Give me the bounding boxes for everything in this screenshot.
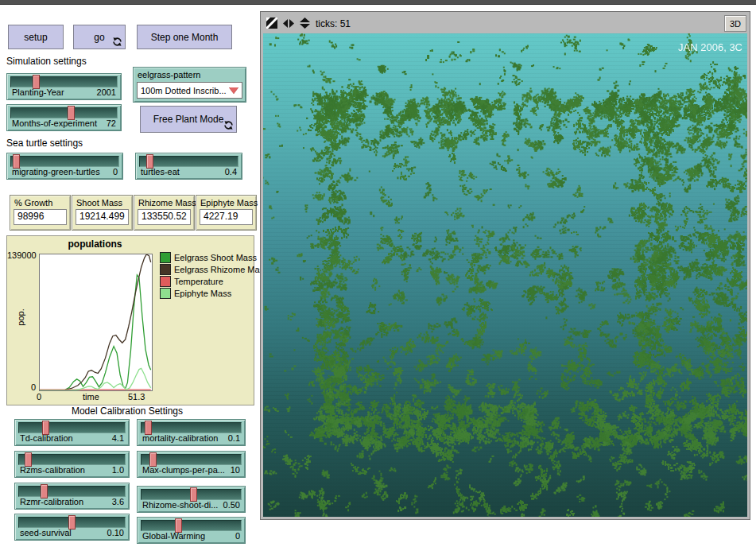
slider-value: 0.4 (225, 167, 237, 177)
go-button[interactable]: go (73, 25, 126, 49)
slider-track[interactable] (139, 156, 238, 167)
slider-value: 10 (231, 465, 240, 475)
simulation-settings-heading: Simulation settings (6, 56, 87, 67)
legend-label: Temperature (174, 277, 223, 286)
free-plant-mode-label: Free Plant Mode (153, 114, 224, 125)
slider-track[interactable] (18, 486, 126, 497)
chevron-down-icon (229, 87, 238, 94)
slider-label: migrating-green-turtles (12, 167, 100, 177)
monitor-label: Shoot Mass (76, 198, 132, 208)
legend-item: Epiphyte Mass (160, 288, 231, 299)
slider-value: 0.50 (223, 500, 240, 510)
chooser-selected-value: 100m Dotted Inscrib... (141, 86, 227, 95)
epiphyte-mass-monitor: Epiphyte Mass 4227.19 (196, 195, 257, 231)
world-canvas[interactable] (263, 33, 747, 517)
planting-year-slider[interactable]: Planting-Year2001 (6, 73, 122, 100)
x-axis-title: time (83, 392, 99, 402)
y-axis-max-label: 139000 (7, 250, 36, 260)
legend-label: Eelgrass Shoot Mass (174, 253, 257, 262)
legend-swatch-shoot (160, 252, 171, 263)
slider-label: Max-clumps-per-pa... (142, 465, 225, 475)
slider-track[interactable] (10, 76, 118, 87)
td-calibration-slider[interactable]: Td-calibration4.1 (14, 419, 130, 446)
rzmr-calibration-slider[interactable]: Rzmr-calibration3.6 (14, 483, 130, 510)
forever-icon (223, 120, 234, 130)
monitor-value: 4227.19 (200, 209, 253, 225)
legend-item: Eelgrass Rhizome Mass (160, 264, 269, 275)
migrating-green-turtles-slider[interactable]: migrating-green-turtles0 (6, 153, 123, 180)
slider-value: 0 (113, 167, 118, 177)
global-warming-slider[interactable]: Global-Warming0 (137, 517, 246, 544)
populations-plot: populations 139000 0 pop. 0 time 51.3 Ee… (6, 235, 254, 405)
mortality-calibration-slider[interactable]: mortality-calibration0.1 (137, 419, 246, 446)
setup-button[interactable]: setup (8, 25, 64, 49)
slider-label: turtles-eat (141, 167, 180, 177)
vertical-resize-icon[interactable] (300, 17, 310, 29)
eelgrass-pattern-chooser[interactable]: eelgrass-pattern 100m Dotted Inscrib... (133, 67, 246, 103)
slider-value: 0 (235, 531, 240, 541)
chooser-label: eelgrass-pattern (138, 70, 246, 80)
monitor-value: 133550.52 (138, 209, 191, 225)
monitor-label: % Growth (14, 198, 70, 208)
slider-label: Rhizome-shoot-di... (142, 500, 218, 510)
monitor-label: Rhizome Mass (138, 198, 194, 208)
legend-item: Eelgrass Shoot Mass (160, 252, 257, 263)
x-axis-max-label: 51.3 (128, 392, 145, 402)
legend-label: Epiphyte Mass (174, 289, 231, 298)
slider-label: mortality-calibration (142, 433, 218, 443)
slider-value: 72 (107, 118, 116, 128)
window-top-bar (0, 0, 756, 5)
legend-swatch-rhizome (160, 264, 171, 275)
step-one-month-button[interactable]: Step one Month (137, 25, 232, 49)
slider-value: 2001 (97, 87, 116, 97)
rhizome-shoot-slider[interactable]: Rhizome-shoot-di...0.50 (137, 486, 246, 513)
slider-value: 3.6 (112, 497, 124, 506)
slider-value: 0.10 (107, 528, 124, 537)
slider-label: Td-calibration (20, 433, 73, 443)
3d-button[interactable]: 3D (724, 15, 746, 32)
slider-track[interactable] (18, 422, 126, 433)
slider-label: Rzmr-calibration (20, 497, 83, 506)
legend-swatch-epiphyte (160, 288, 171, 299)
shoot-mass-monitor: Shoot Mass 19214.499 (72, 195, 133, 231)
setup-button-label: setup (24, 32, 47, 43)
slider-value: 0.1 (228, 433, 240, 443)
chooser-dropdown[interactable]: 100m Dotted Inscrib... (137, 82, 242, 99)
origin-icon[interactable] (266, 17, 277, 29)
rzms-calibration-slider[interactable]: Rzms-calibration1.0 (14, 451, 130, 478)
slider-track[interactable] (141, 422, 242, 433)
rhizome-mass-monitor: Rhizome Mass 133550.52 (134, 195, 195, 231)
go-button-label: go (94, 32, 104, 43)
monitor-value: 98996 (14, 209, 67, 225)
seed-survival-slider[interactable]: seed-survival0.10 (14, 514, 130, 541)
slider-track[interactable] (141, 520, 242, 531)
free-plant-mode-button[interactable]: Free Plant Mode (140, 106, 237, 133)
turtles-eat-slider[interactable]: turtles-eat0.4 (135, 153, 242, 180)
slider-track[interactable] (10, 107, 118, 118)
slider-label: seed-survival (20, 528, 72, 537)
world-view-header: ticks: 51 3D (263, 14, 747, 33)
plot-canvas (39, 254, 153, 391)
slider-label: Rzms-calibration (20, 465, 85, 475)
x-axis-min-label: 0 (37, 392, 41, 402)
months-of-experiment-slider[interactable]: Months-of-experiment72 (6, 104, 122, 131)
max-clumps-slider[interactable]: Max-clumps-per-pa...10 (137, 451, 246, 478)
slider-track[interactable] (10, 156, 119, 167)
slider-label: Planting-Year (12, 87, 64, 97)
slider-track[interactable] (18, 454, 126, 465)
plot-title: populations (39, 239, 151, 250)
slider-value: 4.1 (112, 433, 124, 443)
world-view: ticks: 51 3D (260, 11, 750, 520)
sea-turtle-settings-heading: Sea turtle settings (6, 138, 83, 149)
slider-label: Global-Warming (142, 531, 205, 541)
monitor-label: Epiphyte Mass (200, 198, 256, 208)
legend-item: Temperature (160, 276, 223, 287)
y-axis-min-label: 0 (7, 382, 36, 392)
legend-swatch-temperature (160, 276, 171, 287)
growth-monitor: % Growth 98996 (10, 195, 71, 231)
y-axis-title: pop. (16, 308, 25, 325)
netlogo-window: setup go Step one Month Simulation setti… (0, 0, 756, 547)
horizontal-resize-icon[interactable] (283, 19, 294, 28)
monitor-value: 19214.499 (76, 209, 129, 225)
calibration-settings-heading: Model Calibration Settings (0, 405, 254, 417)
